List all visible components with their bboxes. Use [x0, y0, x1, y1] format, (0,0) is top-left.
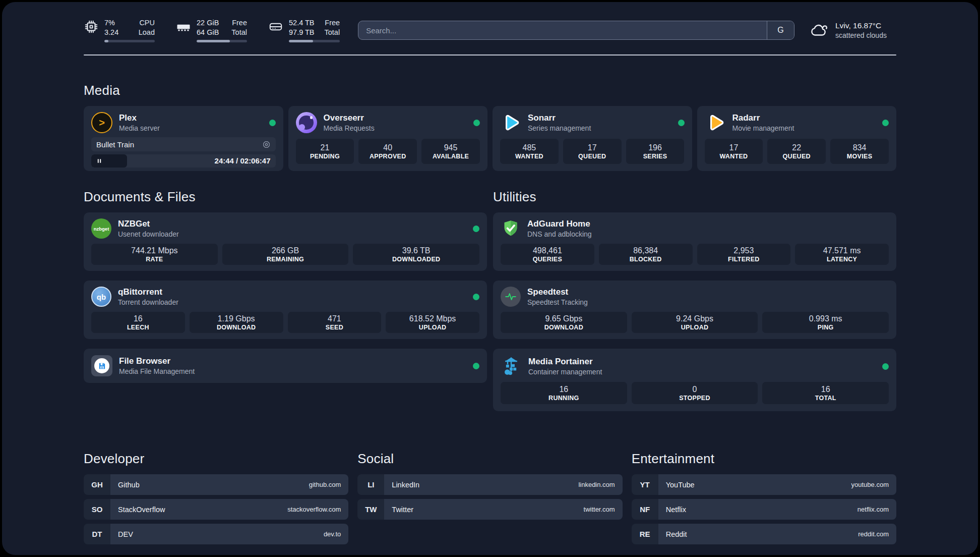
speedtest-icon	[501, 287, 521, 307]
bookmark-dev[interactable]: DT DEV dev.to	[84, 524, 348, 544]
ram-free: 22 GiB	[197, 18, 219, 28]
bookmark-twitter[interactable]: TW Twitter twitter.com	[357, 499, 622, 520]
bookmark-name: Github	[118, 481, 140, 489]
cpu-label-top: CPU	[139, 18, 155, 28]
ram-progress-fill	[197, 40, 230, 42]
search-engine-button[interactable]: G	[767, 21, 794, 39]
app-title: qBittorrent	[118, 287, 178, 298]
stat-tile-approved: 40APPROVED	[358, 139, 417, 164]
bookmark-url: netflix.com	[858, 506, 889, 513]
playback-elapsed-fill	[91, 154, 127, 168]
bookmark-abbr: DT	[84, 524, 110, 544]
bookmark-youtube[interactable]: YT YouTube youtube.com	[632, 474, 896, 495]
now-playing-title: Bullet Train	[96, 140, 134, 149]
weather-condition: scattered clouds	[835, 31, 887, 40]
app-subtitle: Movie management	[732, 124, 794, 133]
bookmark-stackoverflow[interactable]: SO StackOverflow stackoverflow.com	[84, 499, 348, 520]
disk-label-bottom: Total	[325, 28, 340, 37]
pause-icon	[96, 157, 103, 164]
app-card-nzbget[interactable]: nzbget NZBGet Usenet downloader 744.21 M…	[84, 212, 487, 271]
ram-progress-bar	[197, 40, 247, 42]
stat-tile-series: 196SERIES	[626, 139, 685, 164]
app-card-qbittorrent[interactable]: qb qBittorrent Torrent downloader 16LEEC…	[84, 281, 487, 339]
ram-stat: 22 GiB 64 GiB Free Total	[176, 18, 247, 42]
stat-tile-download: 9.65 GbpsDOWNLOAD	[501, 312, 627, 333]
stat-tile-upload: 9.24 GbpsUPLOAD	[632, 312, 758, 333]
app-card-radarr[interactable]: Radarr Movie management 17WANTED 22QUEUE…	[697, 106, 897, 171]
filebrowser-icon	[91, 355, 112, 376]
stat-tile-upload: 618.52 MbpsUPLOAD	[386, 312, 479, 333]
sonarr-icon	[500, 112, 521, 133]
app-subtitle: Media Requests	[324, 124, 375, 133]
app-card-overseerr[interactable]: Overseerr Media Requests 21PENDING 40APP…	[288, 106, 488, 171]
status-dot	[473, 294, 479, 300]
stat-tile-total: 16TOTAL	[762, 382, 889, 404]
stat-tile-downloaded: 39.6 TBDOWNLOADED	[353, 244, 479, 265]
stat-tile-wanted: 485WANTED	[500, 139, 559, 164]
bookmark-abbr: YT	[632, 474, 658, 495]
app-card-plex[interactable]: > Plex Media server Bullet Train	[84, 106, 283, 171]
cpu-usage: 7%	[104, 18, 118, 28]
disk-stat: 52.4 TB 97.9 TB Free Total	[268, 18, 340, 42]
status-dot	[882, 363, 889, 370]
bookmark-reddit[interactable]: RE Reddit reddit.com	[632, 524, 896, 544]
stat-tile-queued: 22QUEUED	[767, 139, 826, 164]
stat-tile-running: 16RUNNING	[501, 382, 627, 404]
section-title-developer: Developer	[84, 451, 348, 467]
app-title: Media Portainer	[528, 356, 602, 367]
search-input[interactable]	[358, 21, 767, 39]
app-card-portainer[interactable]: Media Portainer Container management 16R…	[493, 349, 896, 411]
bookmark-name: DEV	[118, 530, 133, 538]
dashboard-frame: 7% 3.24 CPU Load	[2, 2, 978, 555]
stat-tile-remaining: 266 GBREMAINING	[222, 244, 349, 265]
stat-tile-blocked: 86,384BLOCKED	[599, 244, 693, 265]
app-subtitle: Usenet downloader	[118, 230, 179, 239]
stat-tile-leech: 16LEECH	[91, 312, 185, 333]
playback-progress-bar: 24:44 / 02:06:47	[91, 154, 276, 168]
bookmark-url: youtube.com	[851, 481, 889, 488]
bookmark-name: LinkedIn	[392, 481, 419, 489]
cpu-progress-fill	[104, 40, 108, 42]
status-dot	[678, 120, 685, 126]
status-dot	[882, 120, 889, 126]
app-title: NZBGet	[118, 218, 179, 230]
app-title: Radarr	[732, 113, 794, 124]
bookmark-abbr: RE	[632, 524, 658, 544]
stat-tile-queued: 17QUEUED	[563, 139, 622, 164]
bookmark-url: twitter.com	[584, 506, 615, 513]
app-subtitle: Speedtest Tracking	[527, 298, 588, 307]
app-card-filebrowser[interactable]: File Browser Media File Management	[84, 349, 487, 383]
app-title: Sonarr	[528, 113, 591, 124]
playback-time: 24:44 / 02:06:47	[215, 154, 271, 168]
bookmark-netflix[interactable]: NF Netflix netflix.com	[632, 499, 896, 520]
ram-label-bottom: Total	[231, 28, 247, 37]
app-title: AdGuard Home	[527, 218, 592, 230]
bookmark-linkedin[interactable]: LI LinkedIn linkedin.com	[357, 474, 622, 495]
header-divider	[84, 54, 896, 55]
stat-tile-stopped: 0STOPPED	[632, 382, 758, 404]
bookmark-github[interactable]: GH Github github.com	[84, 474, 348, 495]
stat-tile-movies: 834MOVIES	[830, 139, 889, 164]
app-title: Speedtest	[527, 287, 588, 298]
cpu-stat: 7% 3.24 CPU Load	[84, 18, 155, 42]
app-subtitle: Series management	[528, 124, 591, 133]
stat-tile-ping: 0.993 msPING	[762, 312, 889, 333]
app-card-sonarr[interactable]: Sonarr Series management 485WANTED 17QUE…	[493, 106, 692, 171]
app-subtitle: Container management	[528, 367, 602, 376]
bookmark-name: Reddit	[666, 530, 687, 538]
bookmark-abbr: NF	[632, 499, 658, 520]
app-card-adguard[interactable]: AdGuard Home DNS and adblocking 498,461Q…	[493, 212, 896, 271]
app-card-speedtest[interactable]: Speedtest Speedtest Tracking 9.65 GbpsDO…	[493, 281, 896, 339]
weather-widget: Lviv, 16.87°C scattered clouds	[810, 21, 896, 40]
stat-tile-seed: 471SEED	[288, 312, 382, 333]
cpu-load-value: 3.24	[104, 28, 118, 37]
stat-tile-wanted: 17WANTED	[705, 139, 763, 164]
disk-progress-bar	[289, 40, 340, 42]
section-title-social: Social	[357, 451, 622, 467]
plex-icon: >	[91, 112, 112, 133]
radarr-icon	[705, 112, 726, 133]
bookmark-url: linkedin.com	[578, 481, 615, 488]
ram-label-top: Free	[231, 18, 247, 28]
stat-tile-latency: 47.571 msLATENCY	[795, 244, 889, 265]
bookmark-abbr: LI	[357, 474, 384, 495]
